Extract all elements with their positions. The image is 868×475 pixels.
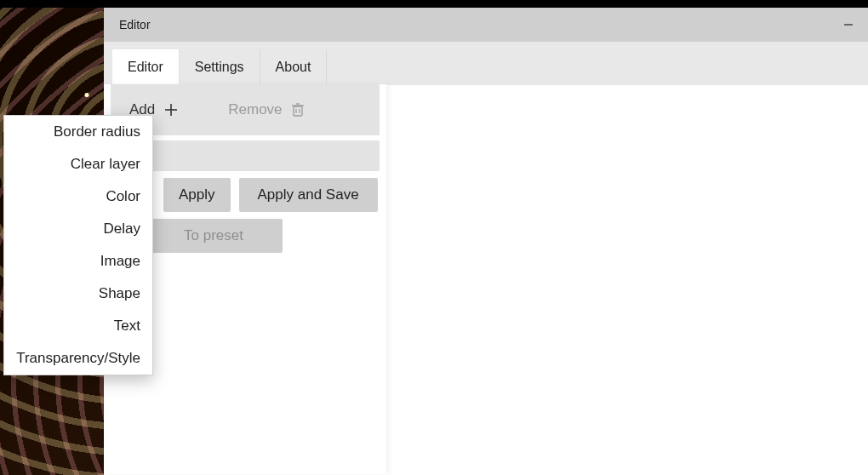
menu-item-label: Delay <box>104 220 140 237</box>
menu-item-label: Image <box>100 253 140 269</box>
minimize-button[interactable] <box>829 8 868 42</box>
menu-item-delay[interactable]: Delay <box>4 213 152 245</box>
apply-and-save-button[interactable]: Apply and Save <box>239 178 378 212</box>
trash-icon <box>291 102 305 117</box>
apply-button[interactable]: Apply <box>163 178 231 212</box>
tab-editor-label: Editor <box>128 60 163 74</box>
menu-item-image[interactable]: Image <box>4 245 152 278</box>
menu-item-text[interactable]: Text <box>4 310 152 342</box>
menu-item-label: Color <box>106 188 140 204</box>
menu-item-label: Transparency/Style <box>16 350 140 366</box>
tab-strip: Editor Settings About <box>104 42 868 85</box>
plus-icon <box>163 102 179 117</box>
menu-item-shape[interactable]: Shape <box>4 278 152 310</box>
top-black-bar <box>0 0 868 8</box>
tab-settings[interactable]: Settings <box>180 49 260 85</box>
menu-item-border-radius[interactable]: Border radius <box>4 116 152 148</box>
window-controls <box>829 8 868 42</box>
menu-item-label: Text <box>114 318 140 334</box>
remove-button[interactable]: Remove <box>220 96 312 123</box>
to-preset-button-label: To preset <box>184 227 243 243</box>
menu-item-transparency-style[interactable]: Transparency/Style <box>4 342 152 375</box>
titlebar[interactable]: Editor <box>104 8 868 42</box>
tab-about-label: About <box>276 60 311 74</box>
tab-editor[interactable]: Editor <box>112 49 180 85</box>
svg-rect-3 <box>294 106 302 116</box>
menu-item-label: Border radius <box>54 123 140 140</box>
tab-settings-label: Settings <box>195 60 244 74</box>
editor-window: Editor Editor Settings About Add <box>104 8 868 475</box>
to-preset-button[interactable]: To preset <box>145 219 283 253</box>
desktop: Editor Editor Settings About Add <box>0 0 868 475</box>
menu-item-label: Shape <box>99 285 140 301</box>
menu-item-clear-layer[interactable]: Clear layer <box>4 148 152 180</box>
remove-button-label: Remove <box>228 101 282 118</box>
apply-button-label: Apply <box>179 186 215 203</box>
add-dropdown-menu: Border radius Clear layer Color Delay Im… <box>3 115 153 375</box>
window-title: Editor <box>119 18 151 31</box>
menu-item-color[interactable]: Color <box>4 180 152 213</box>
apply-and-save-button-label: Apply and Save <box>258 186 359 203</box>
minimize-icon <box>843 20 854 30</box>
tab-about[interactable]: About <box>260 49 328 85</box>
menu-item-label: Clear layer <box>71 156 140 172</box>
